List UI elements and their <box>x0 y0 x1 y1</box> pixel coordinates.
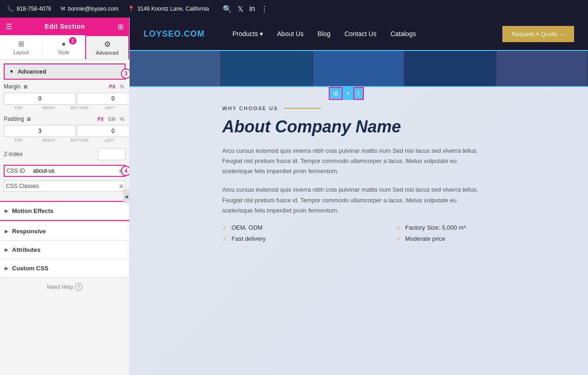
panel-header: ☰ Edit Section ⊞ <box>0 18 129 35</box>
check-icon-2: ✓ <box>396 224 401 231</box>
features-grid: ✓ OEM, ODM ✓ Factory Size: 5,000 m² ✓ Fa… <box>222 224 560 243</box>
padding-top-input[interactable] <box>4 125 76 137</box>
padding-unit-percent[interactable]: % <box>119 116 125 122</box>
style-badge: 2 <box>69 37 76 44</box>
feature-item-2: ✓ Factory Size: 5,000 m² <box>396 224 560 231</box>
padding-unit-px[interactable]: PX <box>96 116 105 122</box>
custom-css-section: ▶ Custom CSS <box>0 259 129 277</box>
cta-button[interactable]: Request A Quote → <box>502 26 574 42</box>
section-controls: ⊞ × 1 <box>329 87 364 100</box>
nav-links: Products ▾ About Us Blog Contact Us Cata… <box>232 30 416 38</box>
attributes-header[interactable]: ▶ Attributes <box>0 241 129 259</box>
strip-item-3 <box>313 51 405 86</box>
check-icon-4: ✓ <box>396 235 401 243</box>
collapse-panel-arrow[interactable]: ◀ <box>123 189 130 203</box>
attributes-label: Attributes <box>12 246 40 253</box>
padding-right-label: RIGHT <box>34 138 64 143</box>
css-id-label: CSS ID <box>6 168 32 174</box>
phone-info: 📞 818-758-4076 <box>7 6 51 12</box>
tab-style[interactable]: ● Style 2 <box>43 35 85 59</box>
about-content: WHY CHOOSE US About Company Name Arcu cu… <box>222 106 560 243</box>
tab-layout[interactable]: ⊞ Layout <box>0 35 43 59</box>
margin-right-input[interactable] <box>77 93 130 105</box>
advanced-arrow: ▼ <box>9 69 14 74</box>
padding-label-row: Padding 🖥 PX EM % <box>4 116 125 122</box>
feature-item-4: ✓ Moderate price <box>396 235 560 243</box>
z-index-label: Z-Index <box>4 151 23 157</box>
margin-top-label: TOP <box>4 106 33 110</box>
more-icon[interactable]: ⋮ <box>261 5 268 13</box>
responsive-header[interactable]: ▶ Responsive <box>0 222 129 240</box>
phone-icon: 📞 <box>7 6 14 12</box>
linkedin-icon[interactable]: in <box>249 5 255 13</box>
nav-blog[interactable]: Blog <box>318 30 331 38</box>
motion-arrow: ▶ <box>5 208 8 213</box>
custom-css-arrow: ▶ <box>5 266 8 271</box>
why-line <box>284 108 321 109</box>
panel-tabs: ⊞ Layout ● Style 2 ⚙ Advanced <box>0 35 129 60</box>
help-icon[interactable]: ? <box>75 283 82 291</box>
responsive-section: ▶ Responsive <box>0 222 129 240</box>
about-title: About Company Name <box>222 117 560 137</box>
advanced-content: ▼ Advanced 3 Margin 🖥 PX % <box>0 60 129 201</box>
section-close-icon: × <box>346 90 350 97</box>
nav-products[interactable]: Products ▾ <box>232 30 263 38</box>
nav-about[interactable]: About Us <box>277 30 304 38</box>
email-address: bonnie@loyseo.com <box>68 6 119 12</box>
step-3-badge: 3 <box>121 69 130 79</box>
panel-title: Edit Section <box>45 23 85 30</box>
padding-device-icon: 🖥 <box>26 116 31 122</box>
nav-catalogs[interactable]: Catalogs <box>390 30 416 38</box>
padding-unit-em[interactable]: EM <box>107 116 117 122</box>
tab-style-label: Style <box>58 50 69 55</box>
padding-units: PX EM % <box>96 116 125 122</box>
site-nav: LOYSEO.COM Products ▾ About Us Blog Cont… <box>130 18 588 50</box>
padding-label: Padding 🖥 <box>4 116 31 122</box>
margin-label: Margin 🖥 <box>4 83 28 90</box>
top-bar: 📞 818-758-4076 ✉ bonnie@loyseo.com 📍 314… <box>0 0 588 18</box>
margin-top-input[interactable] <box>4 93 76 105</box>
social-icons: 🔍 𝕏 in ⋮ <box>223 5 268 13</box>
advanced-label: Advanced <box>18 68 46 75</box>
email-icon: ✉ <box>61 6 65 12</box>
css-classes-input[interactable] <box>41 182 119 190</box>
grid-view-icon[interactable]: ⊞ <box>118 22 124 31</box>
nav-contact[interactable]: Contact Us <box>344 30 376 38</box>
margin-right-label: RIGHT <box>34 106 64 110</box>
margin-unit-px[interactable]: PX <box>108 84 117 90</box>
why-choose-us-row: WHY CHOOSE US <box>222 106 560 111</box>
search-icon[interactable]: 🔍 <box>223 5 232 13</box>
section-close-button[interactable]: × <box>343 87 353 100</box>
margin-group: Margin 🖥 PX % 🔗 TOP <box>4 83 125 110</box>
responsive-label: Responsive <box>12 228 46 235</box>
margin-unit-percent[interactable]: % <box>119 84 125 90</box>
tab-layout-label: Layout <box>13 50 29 55</box>
motion-effects-header[interactable]: ▶ Motion Effects <box>0 202 129 220</box>
advanced-section-header[interactable]: ▼ Advanced <box>4 63 125 80</box>
padding-right-input[interactable] <box>77 125 130 137</box>
main-layout: ☰ Edit Section ⊞ ⊞ Layout ● Style 2 ⚙ Ad… <box>0 18 588 375</box>
margin-units: PX % <box>108 84 125 90</box>
tab-advanced[interactable]: ⚙ Advanced <box>85 35 129 59</box>
custom-css-label: Custom CSS <box>12 265 49 272</box>
about-desc-2: Arcu cursus euismod quis viverra nibh cr… <box>222 185 482 215</box>
padding-top-label: TOP <box>4 138 33 143</box>
z-index-input[interactable] <box>98 148 125 160</box>
custom-css-header[interactable]: ▶ Custom CSS <box>0 259 129 277</box>
section-grid-button[interactable]: ⊞ <box>329 87 343 100</box>
margin-device-icon: 🖥 <box>23 84 28 89</box>
about-desc-1: Arcu cursus euismod quis viverra nibh cr… <box>222 146 482 176</box>
strip-item-4 <box>405 51 496 86</box>
motion-effects-section: ▶ Motion Effects <box>0 201 129 221</box>
image-strip <box>130 50 588 87</box>
twitter-icon[interactable]: 𝕏 <box>238 5 244 13</box>
hamburger-icon[interactable]: ☰ <box>6 22 12 31</box>
z-index-group: Z-Index <box>4 148 125 160</box>
css-classes-menu-icon[interactable]: ≡ <box>119 182 123 190</box>
layout-icon: ⊞ <box>18 39 24 48</box>
phone-number: 818-758-4076 <box>17 6 51 12</box>
advanced-icon: ⚙ <box>104 40 111 49</box>
css-classes-label: CSS Classes <box>6 183 41 189</box>
css-id-input[interactable] <box>32 167 119 175</box>
collapsible-sections: ▶ Motion Effects ▶ Responsive ▶ Attribut… <box>0 201 129 277</box>
